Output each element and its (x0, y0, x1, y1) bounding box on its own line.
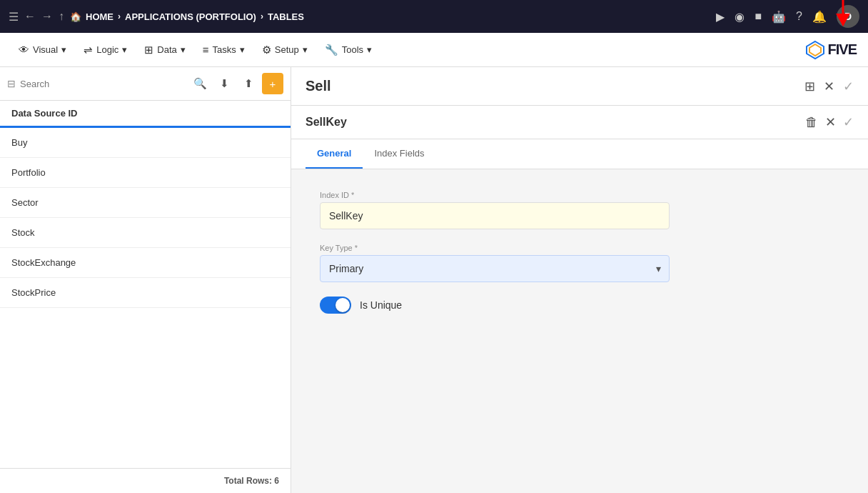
data-chevron: ▾ (181, 44, 186, 55)
list-item[interactable]: StockExchange (0, 248, 291, 278)
sidebar-list: Buy Portfolio Sector Stock StockExchange… (0, 128, 291, 468)
home-icon: 🏠 (70, 11, 81, 22)
confirm-icon[interactable]: ✓ (843, 79, 854, 94)
data-icon: ⊞ (144, 44, 153, 56)
filter-icon: ⊟ (7, 78, 16, 89)
tools-icon: 🔧 (325, 44, 338, 56)
bell-icon[interactable]: 🔔 (812, 10, 827, 24)
back-icon[interactable]: ← (24, 10, 36, 23)
key-type-label: Key Type * (320, 244, 839, 252)
data-label: Data (157, 44, 176, 55)
grid-view-icon[interactable]: ⊞ (804, 79, 815, 94)
forward-icon[interactable]: → (41, 10, 53, 23)
topbar-actions: ▶ ◉ ■ 🤖 ? 🔔 D (716, 5, 859, 28)
download-icon-btn[interactable]: ⬇ (213, 73, 235, 94)
sub-panel-title: SellKey (306, 116, 347, 129)
tab-index-fields[interactable]: Index Fields (363, 139, 435, 169)
breadcrumb-sep1: › (118, 11, 121, 21)
breadcrumb-apps[interactable]: APPLICATIONS (PORTFOLIO) (125, 11, 256, 22)
logic-label: Logic (96, 44, 118, 55)
sidebar: ⊟ 🔍 ⬇ ⬆ + Data Source ID Buy Portfolio S… (0, 67, 291, 493)
index-id-input[interactable] (320, 202, 670, 229)
toggle-knob (335, 298, 350, 312)
tasks-menu[interactable]: ≡ Tasks ▾ (196, 39, 252, 60)
up-icon[interactable]: ↑ (59, 10, 64, 23)
robot-icon[interactable]: 🤖 (772, 10, 786, 24)
is-unique-row: Is Unique (320, 297, 839, 314)
sub-panel: SellKey 🗑 ✕ ✓ General Index Fields Index… (291, 106, 868, 335)
list-item[interactable]: StockPrice (0, 278, 291, 308)
setup-menu[interactable]: ⚙ Setup ▾ (255, 39, 315, 61)
visual-menu[interactable]: 👁 Visual ▾ (11, 39, 74, 60)
sidebar-footer: Total Rows: 6 (0, 468, 291, 493)
is-unique-label: Is Unique (360, 299, 402, 311)
setup-chevron: ▾ (303, 44, 308, 55)
page-title: Sell (306, 78, 331, 94)
sub-panel-header: SellKey 🗑 ✕ ✓ (291, 106, 868, 139)
key-type-select[interactable]: Primary Unique Index (320, 255, 670, 282)
is-unique-toggle[interactable] (320, 297, 351, 314)
logic-icon: ⇌ (84, 44, 93, 56)
sidebar-search-bar: ⊟ 🔍 ⬇ ⬆ + (0, 67, 291, 101)
setup-icon: ⚙ (262, 44, 271, 56)
tools-label: Tools (342, 44, 363, 55)
visual-icon: 👁 (19, 44, 29, 56)
topbar: ☰ ← → ↑ 🏠 HOME › APPLICATIONS (PORTFOLIO… (0, 0, 868, 33)
content-header-actions: ⊞ ✕ ✓ (804, 79, 854, 94)
list-item[interactable]: Sector (0, 188, 291, 218)
sub-confirm-icon[interactable]: ✓ (843, 114, 854, 130)
sub-panel-actions: 🗑 ✕ ✓ (805, 114, 854, 130)
search-icon-btn[interactable]: 🔍 (189, 73, 211, 94)
tasks-label: Tasks (213, 44, 236, 55)
main-layout: ⊟ 🔍 ⬇ ⬆ + Data Source ID Buy Portfolio S… (0, 67, 868, 493)
breadcrumb-tables[interactable]: TABLES (268, 11, 304, 22)
list-item[interactable]: Portfolio (0, 158, 291, 188)
five-logo-area: FIVE (805, 40, 857, 60)
content-header: Sell ⊞ ✕ ✓ (291, 67, 868, 106)
form-area: Index ID * Key Type * Primary Unique Ind… (291, 169, 868, 335)
setup-label: Setup (275, 44, 299, 55)
svg-marker-1 (809, 44, 821, 56)
key-type-field: Key Type * Primary Unique Index ▾ (320, 244, 839, 282)
breadcrumb-sep2: › (261, 11, 263, 21)
tasks-icon: ≡ (203, 44, 209, 56)
visual-chevron: ▾ (61, 44, 66, 55)
preview-icon[interactable]: ◉ (735, 10, 745, 24)
tasks-chevron: ▾ (240, 44, 245, 55)
breadcrumb-home[interactable]: HOME (86, 11, 113, 22)
logic-chevron: ▾ (122, 44, 127, 55)
menu-icon[interactable]: ☰ (9, 10, 19, 24)
play-icon[interactable]: ▶ (716, 10, 725, 24)
visual-label: Visual (33, 44, 58, 55)
toolbar2: 👁 Visual ▾ ⇌ Logic ▾ ⊞ Data ▾ ≡ Tasks ▾ … (0, 33, 868, 67)
content-area: Sell ⊞ ✕ ✓ SellKey 🗑 ✕ ✓ General Index F… (291, 67, 868, 493)
sidebar-toolbar: 🔍 ⬇ ⬆ + (189, 73, 283, 94)
add-button[interactable]: + (262, 73, 283, 94)
tools-menu[interactable]: 🔧 Tools ▾ (318, 39, 379, 61)
index-id-label: Index ID * (320, 191, 839, 199)
data-menu[interactable]: ⊞ Data ▾ (137, 39, 192, 61)
index-id-field: Index ID * (320, 191, 839, 229)
breadcrumb: 🏠 HOME › APPLICATIONS (PORTFOLIO) › TABL… (70, 11, 304, 22)
list-item[interactable]: Stock (0, 218, 291, 248)
tools-chevron: ▾ (367, 44, 372, 55)
list-item[interactable]: Buy (0, 128, 291, 158)
five-text: FIVE (828, 41, 857, 58)
delete-icon[interactable]: 🗑 (805, 115, 818, 130)
tab-general[interactable]: General (306, 139, 363, 169)
help-icon[interactable]: ? (796, 10, 802, 23)
five-logo-icon (805, 40, 825, 60)
sidebar-header: Data Source ID (0, 101, 291, 128)
logic-menu[interactable]: ⇌ Logic ▾ (76, 39, 134, 61)
close-icon[interactable]: ✕ (824, 79, 834, 94)
tabs-bar: General Index Fields (291, 139, 868, 169)
upload-icon-btn[interactable]: ⬆ (238, 73, 259, 94)
avatar[interactable]: D (837, 5, 859, 28)
key-type-select-wrap: Primary Unique Index ▾ (320, 255, 670, 282)
stop-icon[interactable]: ■ (755, 10, 762, 23)
search-input[interactable] (20, 79, 185, 89)
sub-close-icon[interactable]: ✕ (825, 114, 836, 130)
